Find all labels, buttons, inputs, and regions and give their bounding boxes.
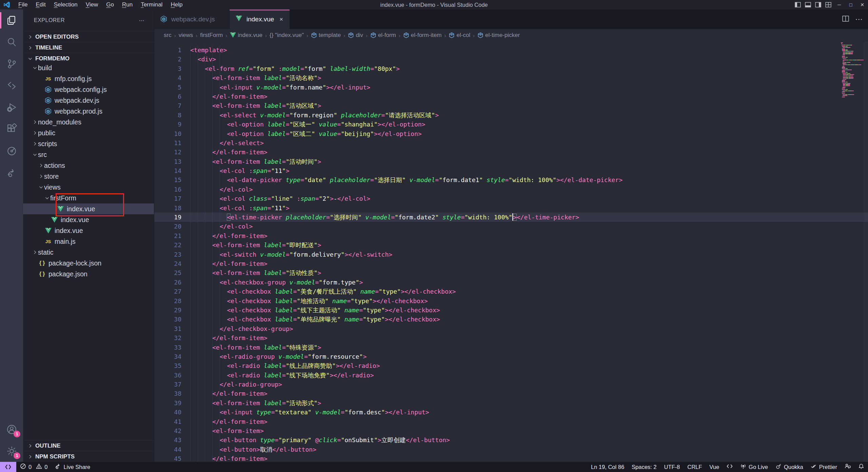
code-line-16[interactable]: 16 </el-col>	[154, 185, 868, 194]
status-live-share[interactable]: Live Share	[51, 462, 94, 472]
code-line-28[interactable]: 28 <el-checkbox label="地推活动" name="type"…	[154, 296, 868, 306]
tab-index-vue[interactable]: index.vue×	[230, 9, 290, 29]
tab-webpack-dev-js[interactable]: webpack.dev.js	[154, 9, 230, 29]
customize-layout-icon[interactable]	[823, 0, 833, 9]
status-go-live[interactable]: Go Live	[736, 462, 772, 472]
code-line-30[interactable]: 30 <el-checkbox label="单纯品牌曝光" name="typ…	[154, 315, 868, 324]
folder-store[interactable]: store	[23, 171, 154, 182]
live-share-icon[interactable]	[0, 161, 23, 183]
folder-public[interactable]: public	[23, 127, 154, 138]
breadcrumb-item[interactable]: el-form	[370, 32, 396, 39]
editor-more-actions-icon[interactable]: ⋯	[855, 15, 863, 24]
breadcrumb-item[interactable]: el-time-picker	[477, 32, 520, 39]
file-index.vue[interactable]: index.vue	[23, 225, 154, 236]
code-line-45[interactable]: 45 </el-form-item>	[154, 454, 868, 462]
code-line-15[interactable]: 15 <el-date-picker type="date" placehold…	[154, 175, 868, 184]
menu-run[interactable]: Run	[118, 0, 137, 9]
menu-file[interactable]: File	[14, 0, 32, 9]
breadcrumb-item[interactable]: views	[179, 32, 193, 39]
code-line-10[interactable]: 10 <el-option label="区域二" value="beijing…	[154, 129, 868, 138]
code-line-44[interactable]: 44 <el-button>取消</el-button>	[154, 445, 868, 454]
code-line-11[interactable]: 11 </el-select>	[154, 138, 868, 148]
explorer-icon[interactable]	[0, 9, 23, 31]
menu-help[interactable]: Help	[166, 0, 186, 9]
code-line-39[interactable]: 39 <el-form-item label="活动形式">	[154, 398, 868, 408]
section-outline[interactable]: OUTLINE	[23, 440, 154, 451]
code-line-43[interactable]: 43 <el-button type="primary" @click="onS…	[154, 435, 868, 445]
maximize-button[interactable]: □	[845, 0, 856, 9]
file-index.vue[interactable]: index.vue	[23, 203, 154, 214]
code-line-13[interactable]: 13 <el-form-item label="活动时间">	[154, 157, 868, 166]
menu-terminal[interactable]: Terminal	[137, 0, 166, 9]
code-line-40[interactable]: 40 <el-input type="textarea" v-model="fo…	[154, 408, 868, 417]
settings-icon[interactable]: 1	[0, 440, 23, 462]
code-line-23[interactable]: 23 <el-switch v-model="form.delivery"></…	[154, 250, 868, 259]
file-mfp.config.js[interactable]: JSmfp.config.js	[23, 73, 154, 84]
folder-static[interactable]: static	[23, 247, 154, 258]
code-line-32[interactable]: 32 </el-form-item>	[154, 333, 868, 342]
status-problems[interactable]: 00	[16, 462, 51, 472]
code-line-20[interactable]: 20 </el-col>	[154, 222, 868, 231]
breadcrumb-item[interactable]: template	[311, 32, 341, 39]
breadcrumb-item[interactable]: src	[164, 32, 172, 39]
code-line-21[interactable]: 21 </el-form-item>	[154, 231, 868, 240]
menu-go[interactable]: Go	[102, 0, 118, 9]
menu-selection[interactable]: Selection	[50, 0, 82, 9]
code-line-14[interactable]: 14 <el-col :span="11">	[154, 166, 868, 175]
folder-firstform[interactable]: firstForm	[23, 193, 154, 203]
code-line-33[interactable]: 33 <el-form-item label="特殊资源">	[154, 343, 868, 352]
folder-build[interactable]: build	[23, 62, 154, 73]
toggle-secondary-sidebar-icon[interactable]	[813, 0, 823, 9]
status-indentation[interactable]: Spaces: 2	[628, 462, 660, 472]
code-line-34[interactable]: 34 <el-radio-group v-model="form.resourc…	[154, 352, 868, 361]
section-open-editors[interactable]: OPEN EDITORS	[23, 31, 154, 42]
status-cursor-position[interactable]: Ln 19, Col 86	[587, 462, 628, 472]
minimap[interactable]	[841, 42, 863, 98]
status-language-mode[interactable]: Vue	[706, 462, 723, 472]
code-line-36[interactable]: 36 <el-radio label="线下场地免费"></el-radio>	[154, 371, 868, 380]
search-icon[interactable]	[0, 31, 23, 53]
source-control-icon[interactable]	[0, 53, 23, 75]
toggle-sidebar-icon[interactable]	[793, 0, 803, 9]
split-editor-icon[interactable]	[842, 16, 849, 23]
file-main.js[interactable]: JSmain.js	[23, 236, 154, 247]
file-webpack.config.js[interactable]: webpack.config.js	[23, 84, 154, 95]
sidebar-more-actions-icon[interactable]: ⋯	[139, 17, 145, 24]
code-line-17[interactable]: 17 <el-col class="line" :span="2">-</el-…	[154, 194, 868, 203]
code-line-29[interactable]: 29 <el-checkbox label="线下主题活动" name="typ…	[154, 306, 868, 315]
folder-views[interactable]: views	[23, 182, 154, 193]
folder-src[interactable]: src	[23, 149, 154, 160]
code-line-22[interactable]: 22 <el-form-item label="即时配送">	[154, 240, 868, 250]
code-line-9[interactable]: 9 <el-option label="区域一" value="shanghai…	[154, 120, 868, 129]
account-icon[interactable]: 1	[0, 418, 23, 440]
code-line-18[interactable]: 18 <el-col :span="11">	[154, 203, 868, 213]
menu-view[interactable]: View	[82, 0, 102, 9]
status-quokka[interactable]: Quokka	[772, 462, 807, 472]
tab-close-icon[interactable]: ×	[279, 16, 283, 23]
file-webpack.dev.js[interactable]: webpack.dev.js	[23, 95, 154, 106]
status-notifications[interactable]	[854, 462, 868, 472]
section-timeline[interactable]: TIMELINE	[23, 42, 154, 53]
code-line-5[interactable]: 5 <el-input v-model="form.name"></el-inp…	[154, 83, 868, 92]
breadcrumb-item[interactable]: {} "index.vue"	[270, 32, 304, 39]
status-eol[interactable]: CRLF	[684, 462, 706, 472]
breadcrumb-item[interactable]: div	[348, 32, 363, 39]
editor-scrollbar[interactable]	[864, 41, 868, 462]
code-compare-icon[interactable]	[0, 75, 23, 96]
status-remote-indicator[interactable]	[0, 462, 16, 472]
menu-edit[interactable]: Edit	[32, 0, 50, 9]
code-line-4[interactable]: 4 <el-form-item label="活动名称">	[154, 73, 868, 82]
code-line-24[interactable]: 24 </el-form-item>	[154, 259, 868, 268]
code-line-35[interactable]: 35 <el-radio label="线上品牌商赞助"></el-radio>	[154, 361, 868, 370]
code-line-37[interactable]: 37 </el-radio-group>	[154, 380, 868, 389]
status-encoding[interactable]: UTF-8	[660, 462, 684, 472]
section-npm-scripts[interactable]: NPM SCRIPTS	[23, 451, 154, 462]
breadcrumb-item[interactable]: firstForm	[200, 32, 223, 39]
code-line-27[interactable]: 27 <el-checkbox label="美食/餐厅线上活动" name="…	[154, 287, 868, 296]
folder-node-modules[interactable]: node_modules	[23, 117, 154, 127]
breadcrumb-item[interactable]: el-form-item	[403, 32, 442, 39]
run-debug-icon[interactable]	[0, 96, 23, 118]
code-line-19[interactable]: 19 <el-time-picker placeholder="选择时间" v-…	[154, 213, 868, 222]
status-feedback[interactable]	[841, 462, 854, 472]
code-line-1[interactable]: 1<template>	[154, 45, 868, 55]
